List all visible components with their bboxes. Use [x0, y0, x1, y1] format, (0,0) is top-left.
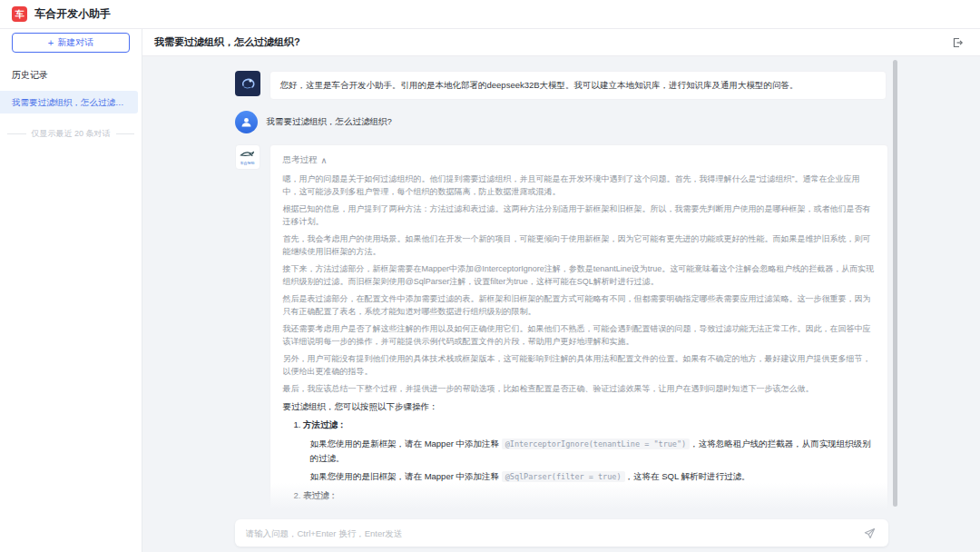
send-icon[interactable] — [863, 526, 877, 540]
thinking-paragraph: 根据已知的信息，用户提到了两种方法：方法过滤和表过滤。这两种方法分别适用于新框架… — [283, 203, 875, 228]
composer-bar — [142, 514, 980, 552]
chat-title: 我需要过滤组织，怎么过滤组织? — [154, 35, 951, 49]
chat-scroll-area[interactable]: 您好，这里是车合开发小助手。引用的是本地化部署的deepseek32B大模型。我… — [142, 56, 980, 514]
step-line: 如果您使用的是新框架，请在 Mapper 中添加注释 @InterceptorI… — [283, 437, 875, 466]
app-window: 车 车合开发小助手 + 新建对话 历史记录 我需要过滤组织，怎么过滤组织? 仅显… — [0, 0, 980, 552]
message-input[interactable] — [246, 528, 863, 538]
thinking-paragraph: 另外，用户可能没有提到他们使用的具体技术栈或框架版本，这可能影响到注解的具体用法… — [283, 353, 875, 378]
step-line: 在配置文件中添加需要过滤的表。具体操作如下： — [283, 508, 875, 514]
assistant-avatar — [235, 71, 260, 96]
thinking-paragraph: 最后，我应该总结一下整个过程，并提供进一步的帮助选项，比如检查配置是否正确、验证… — [283, 383, 875, 396]
user-message: 我需要过滤组织，怎么过滤组织? — [235, 111, 888, 133]
answer-card: 思考过程 ∧ 嗯，用户的问题是关于如何过滤组织的。他们提到需要过滤组织，并且可能… — [270, 144, 888, 514]
history-section-label: 历史记录 — [0, 64, 142, 91]
inline-code: @InterceptorIgnore(tenantLine = "true") — [502, 439, 691, 449]
scrollbar[interactable] — [893, 60, 897, 507]
step-title: 方法过滤： — [303, 419, 347, 429]
answer-body: 要过滤组织，您可以按照以下步骤操作： 1. 方法过滤： 如果您使用的是新框架，请… — [283, 401, 875, 514]
logo-char: 车 — [15, 8, 24, 21]
thinking-toggle[interactable]: 思考过程 ∧ — [283, 154, 875, 166]
plus-icon: + — [48, 38, 54, 48]
user-avatar — [235, 111, 258, 133]
assistant-welcome-message: 您好，这里是车合开发小助手。引用的是本地化部署的deepseek32B大模型。我… — [235, 71, 888, 100]
assistant-answer-message: 车合智能 思考过程 ∧ 嗯，用户的问题是关于如何过滤组织的。他们提到需要过滤组织… — [235, 144, 888, 514]
answer-intro: 要过滤组织，您可以按照以下步骤操作： — [283, 401, 875, 413]
new-chat-label: 新建对话 — [57, 36, 93, 49]
step-title: 表过滤： — [303, 490, 338, 500]
collapse-caret-icon: ∧ — [321, 155, 328, 165]
chat-panel: 我需要过滤组织，怎么过滤组织? — [142, 29, 980, 552]
thinking-paragraph: 接下来，方法过滤部分，新框架需要在Mapper中添加@InterceptorIg… — [283, 263, 875, 288]
assistant-bird-avatar: 车合智能 — [235, 144, 260, 170]
chat-header: 我需要过滤组织，怎么过滤组织? — [142, 29, 980, 56]
inline-code: @SqlParser(filter = true) — [502, 471, 625, 482]
user-message-text: 我需要过滤组织，怎么过滤组织? — [267, 111, 392, 133]
app-title: 车合开发小助手 — [34, 6, 111, 22]
thinking-paragraph: 我还需要考虑用户是否了解这些注解的作用以及如何正确使用它们。如果他们不熟悉，可能… — [283, 323, 875, 348]
thinking-paragraph: 嗯，用户的问题是关于如何过滤组织的。他们提到需要过滤组织，并且可能是在开发环境中… — [283, 173, 875, 198]
answer-step-1: 1. 方法过滤： 如果您使用的是新框架，请在 Mapper 中添加注释 @Int… — [283, 419, 875, 484]
history-limit-note: 仅显示最近 20 条对话 — [0, 128, 142, 140]
app-logo-icon: 车 — [12, 6, 27, 22]
welcome-bubble: 您好，这里是车合开发小助手。引用的是本地化部署的deepseek32B大模型。我… — [270, 71, 887, 100]
step-line: 如果您使用的是旧框架，请在 Mapper 中添加注释 @SqlParser(fi… — [283, 469, 875, 484]
answer-step-2: 2. 表过滤： 在配置文件中添加需要过滤的表。具体操作如下： 对于新框架，请参考… — [283, 490, 875, 514]
top-bar: 车 车合开发小助手 — [0, 0, 980, 29]
sidebar: + 新建对话 历史记录 我需要过滤组织，怎么过滤组织? 仅显示最近 20 条对话 — [0, 29, 142, 552]
thinking-paragraph: 然后是表过滤部分，在配置文件中添加需要过滤的表。新框架和旧框架的配置方式可能略有… — [283, 293, 875, 318]
new-chat-button[interactable]: + 新建对话 — [12, 33, 130, 53]
avatar-caption: 车合智能 — [240, 162, 255, 165]
sidebar-item-conversation[interactable]: 我需要过滤组织，怎么过滤组织? — [0, 91, 138, 113]
export-icon[interactable] — [951, 36, 964, 49]
message-input-box — [235, 519, 888, 547]
thinking-paragraph: 首先，我会考虑用户的使用场景。如果他们在开发一个新的项目，可能更倾向于使用新框架… — [283, 233, 875, 258]
